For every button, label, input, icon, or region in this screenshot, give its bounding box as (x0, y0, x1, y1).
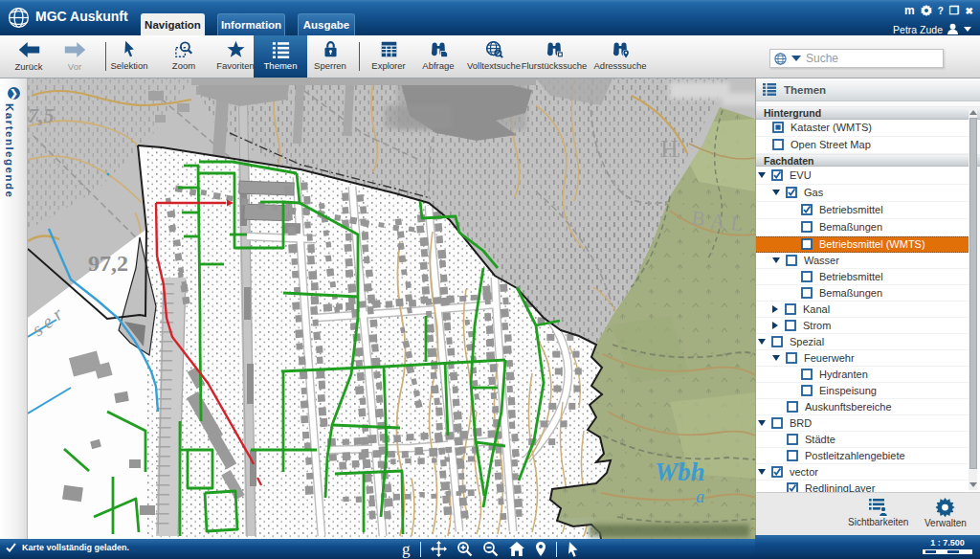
svg-text:Wbh: Wbh (655, 458, 705, 486)
svg-text:H: H (660, 135, 679, 163)
svg-text:a: a (696, 487, 704, 506)
svg-text:97,2: 97,2 (88, 251, 128, 276)
svg-text:7,5: 7,5 (28, 103, 55, 127)
